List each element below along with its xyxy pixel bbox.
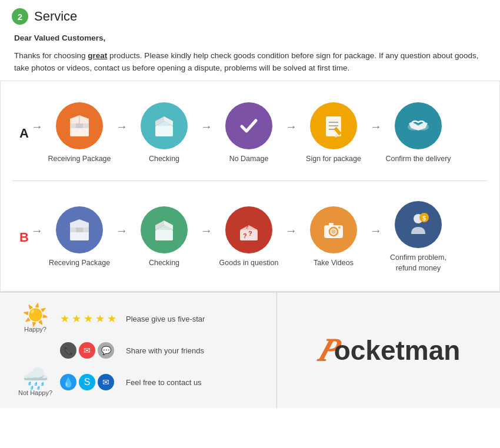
svg-point-34 <box>338 226 341 229</box>
step-circle-videos <box>310 206 357 253</box>
step-circle-goods: ? ? ? <box>225 206 272 253</box>
water-icon: 💧 <box>60 374 76 390</box>
step-goods-question: ? ? ? Goods in question <box>214 206 284 269</box>
star-icons: ★ ★ ★ ★ ★ <box>60 312 119 325</box>
step-circle-checking-b <box>141 206 188 253</box>
svg-marker-20 <box>70 219 89 228</box>
stars-text: Please give us five-star <box>126 315 259 323</box>
share-text: Share with your friends <box>126 346 259 355</box>
dear-text: Dear Valued Customers, <box>14 32 486 45</box>
process-row-b: B → Receving Package → <box>12 195 488 279</box>
title-row: 2 Service <box>12 8 488 25</box>
page-title: Service <box>34 9 77 24</box>
happy-weather-col: ☀️ Happy? <box>18 305 53 333</box>
page-container: 2 Service Dear Valued Customers, Thanks … <box>0 0 500 408</box>
bottom-section: ☀️ Happy? ★ ★ ★ ★ ★ Please give us five-… <box>0 292 500 408</box>
arrow-a-3: → <box>285 120 297 146</box>
svg-text:$: $ <box>422 215 426 222</box>
row-label-b: B <box>18 230 30 245</box>
star-5: ★ <box>107 312 116 325</box>
phone-icon: 📞 <box>60 342 76 359</box>
step-label-checking-b: Checking <box>149 258 179 269</box>
step-label-receiving: Receiving Package <box>48 154 111 165</box>
not-happy-col: 🌧️ Not Happy? <box>18 368 53 396</box>
step-label-goods: Goods in question <box>219 258 279 269</box>
process-section-b: B → Receving Package → <box>12 186 488 285</box>
svg-text:?: ? <box>243 232 247 239</box>
star-2: ★ <box>72 312 81 325</box>
star-3: ★ <box>84 312 93 325</box>
row-label-a: A <box>18 126 30 141</box>
step-receiving-package: Receiving Package <box>44 102 115 165</box>
not-happy-label: Not Happy? <box>18 389 52 396</box>
step-label-checking-a: Checking <box>149 154 179 165</box>
step-circle-receiving <box>56 102 103 149</box>
arrow-a-2: → <box>201 120 212 146</box>
step-circle-checking-a <box>141 102 188 149</box>
bottom-left: ☀️ Happy? ★ ★ ★ ★ ★ Please give us five-… <box>0 293 276 408</box>
step-label-receiving-b: Receving Package <box>49 258 110 269</box>
arrow-b-1: → <box>116 224 128 250</box>
arrow-a-start: → <box>31 120 43 146</box>
step-label-confirm-delivery: Confirm the delivery <box>385 154 451 165</box>
share-row: 📞 ✉ 💬 Share with your friends <box>18 342 259 359</box>
step-label-confirm-problem: Confirm problem, refund money <box>390 253 446 273</box>
chat-icon: 💬 <box>98 342 114 359</box>
row-divider <box>12 180 488 181</box>
step-label-no-damage: No Damage <box>229 154 269 165</box>
svg-rect-19 <box>76 228 83 232</box>
arrow-b-2: → <box>201 224 212 250</box>
intro-part1: Thanks for choosing <box>14 51 88 60</box>
step-label-videos: Take Videos <box>314 258 354 269</box>
star-4: ★ <box>95 312 105 325</box>
happy-row: ☀️ Happy? ★ ★ ★ ★ ★ Please give us five-… <box>18 305 259 333</box>
mail-icon: ✉ <box>79 342 95 359</box>
header-section: 2 Service Dear Valued Customers, Thanks … <box>0 0 500 81</box>
sun-icon: ☀️ <box>22 305 49 326</box>
step-checking-b: Checking <box>129 206 199 269</box>
step-circle-confirm-problem: $ <box>395 201 442 248</box>
step-circle-sign <box>310 102 357 149</box>
svg-rect-33 <box>329 223 334 226</box>
intro-text: Dear Valued Customers, Thanks for choosi… <box>12 32 488 75</box>
step-take-videos: Take Videos <box>298 206 369 269</box>
step-badge: 2 <box>12 8 28 25</box>
svg-rect-5 <box>155 126 173 136</box>
step-circle-confirm <box>395 102 442 149</box>
step-label-sign: Sign for package <box>306 154 361 165</box>
arrow-a-1: → <box>116 120 128 146</box>
process-row-a: A → Receiving Package <box>12 96 488 170</box>
step-circle-receiving-b <box>56 206 103 253</box>
arrow-a-4: → <box>370 120 382 146</box>
svg-text:?: ? <box>248 230 252 237</box>
step-checking-a: Checking <box>129 102 199 165</box>
contact-icons: 💧 S ✉ <box>60 374 119 390</box>
star-1: ★ <box>60 312 69 325</box>
bottom-right: 𝑃 ocketman <box>276 293 500 408</box>
email-icon: ✉ <box>98 374 114 390</box>
svg-text:?: ? <box>245 224 249 230</box>
step-no-damage: No Damage <box>214 102 284 165</box>
logo-text: ocketman <box>334 335 461 366</box>
svg-point-32 <box>331 229 336 234</box>
not-happy-row: 🌧️ Not Happy? 💧 S ✉ Feel free to contact… <box>18 368 259 396</box>
svg-rect-21 <box>155 230 173 240</box>
process-section-a: A → Receiving Package <box>12 87 488 176</box>
pocketman-logo: 𝑃 ocketman <box>317 332 461 369</box>
arrow-b-3: → <box>285 224 297 250</box>
svg-marker-26 <box>240 225 258 230</box>
step-sign-package: Sign for package <box>298 102 369 165</box>
main-content: A → Receiving Package <box>0 81 500 292</box>
svg-rect-2 <box>76 123 83 128</box>
contact-text: Feel free to contact us <box>126 378 259 387</box>
rain-icon: 🌧️ <box>22 368 49 389</box>
arrow-b-4: → <box>370 224 382 250</box>
step-circle-no-damage <box>225 102 272 149</box>
skype-icon: S <box>79 374 95 390</box>
share-icons: 📞 ✉ 💬 <box>60 342 119 359</box>
arrow-b-start: → <box>31 224 43 250</box>
step-receiving-b: Receving Package <box>44 206 115 269</box>
happy-label: Happy? <box>24 326 46 333</box>
step-confirm-problem: $ Confirm problem, refund money <box>383 201 454 273</box>
great-text: great <box>88 51 107 60</box>
